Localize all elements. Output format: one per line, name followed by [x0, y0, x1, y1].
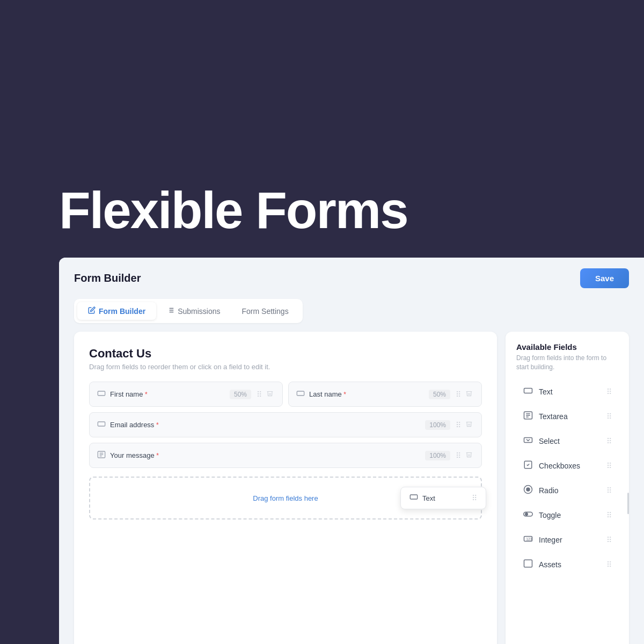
required-asterisk-2: *	[343, 391, 346, 398]
field-message-actions: ⠿	[455, 450, 474, 461]
field-email-actions: ⠿	[455, 419, 474, 430]
svg-point-24	[525, 513, 528, 515]
form-row-3: Your message * 100% ⠿	[89, 443, 482, 468]
svg-point-22	[526, 488, 530, 491]
form-canvas: Contact Us Drag form fields to reorder t…	[74, 332, 497, 644]
drag-handle-icon[interactable]: ⠿	[255, 389, 263, 400]
tab-submissions-label: Submissions	[178, 307, 220, 316]
field-message-label: Your message *	[110, 451, 421, 459]
sidebar-field-toggle[interactable]: Toggle ⠿	[516, 504, 618, 526]
required-asterisk-3: *	[156, 421, 159, 429]
form-row-1: First name * 50% ⠿	[89, 382, 482, 407]
sidebar-field-text[interactable]: Text ⠿	[516, 380, 618, 403]
required-asterisk-4: *	[156, 452, 159, 459]
textarea-field-icon	[523, 411, 533, 422]
tab-submissions[interactable]: Submissions	[156, 302, 231, 320]
field-last-name-label: Last name *	[309, 390, 425, 398]
field-message-width: 100%	[425, 451, 450, 460]
dragging-pill-handle: ⠿	[472, 494, 477, 502]
tab-form-builder-label: Form Builder	[99, 307, 145, 316]
drag-handle-icon-2[interactable]: ⠿	[455, 389, 462, 400]
text-field-icon	[523, 386, 533, 398]
field-text-icon	[97, 389, 106, 399]
field-message[interactable]: Your message * 100% ⠿	[89, 443, 482, 468]
available-fields-sidebar: Available Fields Drag form fields into t…	[506, 332, 629, 644]
svg-rect-7	[297, 391, 304, 396]
radio-field-icon	[523, 485, 533, 496]
sidebar-drag-handle-textarea: ⠿	[606, 412, 612, 421]
delete-icon-2[interactable]	[464, 389, 474, 400]
form-title: Contact Us	[89, 347, 482, 361]
sidebar-field-select-label: Select	[539, 437, 601, 445]
svg-rect-13	[410, 495, 417, 499]
sidebar-field-assets-label: Assets	[539, 560, 601, 569]
sidebar-field-radio[interactable]: Radio ⠿	[516, 479, 618, 502]
sidebar-field-assets[interactable]: Assets ⠿	[516, 553, 618, 576]
field-first-name-label: First name *	[110, 390, 225, 398]
sidebar-drag-handle-select: ⠿	[606, 437, 612, 445]
sidebar-drag-handle-integer: ⠿	[606, 536, 612, 544]
drag-handle-icon-4[interactable]: ⠿	[455, 450, 462, 461]
form-fields: First name * 50% ⠿	[89, 382, 482, 519]
sidebar-field-text-label: Text	[539, 387, 601, 396]
sidebar-drag-handle-checkboxes: ⠿	[606, 462, 612, 470]
delete-icon[interactable]	[265, 389, 275, 400]
main-area: Contact Us Drag form fields to reorder t…	[59, 332, 644, 644]
drop-zone[interactable]: Drag form fields here Text ⠿	[89, 477, 482, 519]
sidebar-drag-handle-toggle: ⠿	[606, 511, 612, 519]
sidebar-title: Available Fields	[516, 342, 618, 352]
delete-icon-3[interactable]	[464, 419, 474, 430]
toggle-field-icon	[523, 509, 533, 521]
field-email-label: Email address *	[110, 421, 421, 429]
hero-title: Flexible Forms	[59, 185, 408, 236]
app-header-title: Form Builder	[74, 272, 141, 284]
svg-rect-27	[524, 560, 532, 567]
app-window: Form Builder Save Form Builder Submissio…	[59, 258, 644, 644]
sidebar-field-integer-label: Integer	[539, 536, 601, 544]
field-email-icon	[97, 420, 106, 430]
field-text-icon-2	[296, 389, 305, 399]
field-email-width: 100%	[425, 420, 450, 430]
sidebar-field-textarea-label: Textarea	[539, 412, 601, 421]
dragging-pill-label: Text	[422, 494, 435, 502]
tabs-bar: Form Builder Submissions Form Settings	[74, 299, 303, 323]
hero-section: Flexible Forms	[0, 0, 644, 258]
sidebar-field-checkboxes[interactable]: Checkboxes ⠿	[516, 455, 618, 477]
assets-field-icon	[523, 559, 533, 570]
tab-form-settings[interactable]: Form Settings	[231, 302, 299, 320]
svg-rect-14	[524, 388, 532, 393]
sidebar-field-checkboxes-label: Checkboxes	[539, 462, 601, 470]
scrollbar-indicator	[627, 493, 629, 514]
field-first-name[interactable]: First name * 50% ⠿	[89, 382, 283, 407]
svg-rect-8	[98, 422, 105, 426]
tab-form-builder[interactable]: Form Builder	[77, 302, 156, 320]
svg-text:123: 123	[526, 537, 532, 541]
field-email[interactable]: Email address * 100% ⠿	[89, 412, 482, 437]
integer-field-icon: 123	[523, 534, 533, 546]
field-last-name-actions: ⠿	[455, 389, 474, 400]
form-row-2: Email address * 100% ⠿	[89, 412, 482, 437]
sidebar-field-radio-label: Radio	[539, 486, 601, 495]
field-first-name-width: 50%	[230, 390, 251, 399]
drag-handle-icon-3[interactable]: ⠿	[455, 420, 462, 430]
select-field-icon	[523, 435, 533, 447]
sidebar-field-textarea[interactable]: Textarea ⠿	[516, 405, 618, 428]
sidebar-drag-handle-text: ⠿	[606, 387, 612, 396]
edit-icon	[88, 306, 96, 316]
dragging-pill: Text ⠿	[400, 487, 486, 509]
sidebar-field-toggle-label: Toggle	[539, 511, 601, 519]
sidebar-field-integer[interactable]: 123 Integer ⠿	[516, 529, 618, 551]
field-last-name-width: 50%	[429, 390, 450, 399]
sidebar-field-select[interactable]: Select ⠿	[516, 430, 618, 452]
checkboxes-field-icon	[523, 460, 533, 472]
form-subtitle: Drag form fields to reorder them or clic…	[89, 363, 482, 371]
field-first-name-actions: ⠿	[255, 389, 275, 400]
tab-form-settings-label: Form Settings	[242, 307, 289, 316]
field-last-name[interactable]: Last name * 50% ⠿	[288, 382, 482, 407]
dragging-pill-icon	[409, 493, 418, 503]
sidebar-subtitle: Drag form fields into the form to start …	[516, 354, 618, 372]
drop-zone-text: Drag form fields here	[253, 494, 318, 502]
delete-icon-4[interactable]	[464, 450, 474, 461]
save-button[interactable]: Save	[580, 268, 629, 288]
app-header: Form Builder Save	[59, 258, 644, 299]
